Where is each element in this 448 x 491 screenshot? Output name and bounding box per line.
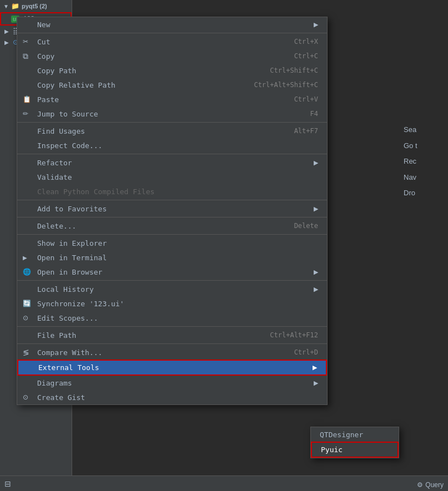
menu-label-clean: Clean Python Compiled Files [37, 188, 318, 196]
menu-label-copy: Copy [37, 52, 283, 60]
menu-label-show-explorer: Show in Explorer [37, 239, 318, 247]
divider-9 [17, 343, 327, 344]
shortcut-cut: Ctrl+X [294, 38, 318, 45]
menu-label-synchronize: Synchronize '123.ui' [37, 300, 318, 308]
menu-label-cut: Cut [37, 38, 283, 46]
arrow-new: ▶ [314, 21, 318, 28]
shortcut-file-path: Ctrl+Alt+F12 [270, 331, 318, 339]
menu-item-open-terminal[interactable]: ▶ Open in Terminal [17, 250, 327, 265]
shortcut-compare: Ctrl+D [294, 348, 318, 356]
menu-item-new[interactable]: New ▶ [17, 17, 327, 32]
menu-label-create-gist: Create Gist [37, 393, 318, 402]
shortcut-copy-relative: Ctrl+Alt+Shift+C [254, 81, 318, 89]
shortcut-jump: F4 [310, 110, 318, 118]
menu-label-favorites: Add to Favorites [37, 205, 309, 213]
menu-item-copy-path[interactable]: Copy Path Ctrl+Shift+C [17, 63, 327, 78]
arrow-refactor: ▶ [314, 159, 318, 166]
menu-label-external-tools: External Tools [38, 363, 308, 372]
menu-item-open-browser[interactable]: 🌐 Open in Browser ▶ [17, 265, 327, 279]
right-panel: Sea Go t Rec Nav Dro [404, 122, 448, 201]
paste-icon: 📋 [23, 95, 31, 103]
menu-item-show-explorer[interactable]: Show in Explorer [17, 236, 327, 250]
expand-icon-scratch: ▶ [4, 39, 9, 45]
divider-3 [17, 154, 327, 154]
compare-icon: ≶ [23, 348, 29, 357]
terminal-icon: ▶ [23, 255, 27, 261]
menu-item-file-path[interactable]: File Path Ctrl+Alt+F12 [17, 328, 327, 342]
right-hint-4: Nav [404, 170, 445, 186]
menu-label-local-history: Local History [37, 285, 309, 293]
sync-icon: 🔄 [23, 300, 31, 307]
menu-item-paste[interactable]: 📋 Paste Ctrl+V [17, 92, 327, 107]
menu-label-diagrams: Diagrams [37, 379, 309, 387]
copy-icon: ⧉ [23, 52, 28, 61]
right-hint-1: Sea [404, 122, 445, 138]
divider-7 [17, 280, 327, 281]
divider-8 [17, 326, 327, 327]
menu-label-find: Find Usages [37, 127, 283, 135]
shortcut-copy-path: Ctrl+Shift+C [270, 67, 318, 74]
submenu-label-pyuic: Pyuic [321, 446, 343, 454]
menu-item-synchronize[interactable]: 🔄 Synchronize '123.ui' [17, 296, 327, 311]
browser-icon: 🌐 [23, 268, 31, 276]
menu-label-edit-scopes: Edit Scopes... [37, 314, 318, 322]
menu-label-file-path: File Path [37, 331, 259, 340]
submenu-item-pyuic[interactable]: Pyuic [311, 442, 399, 458]
menu-item-copy-relative[interactable]: Copy Relative Path Ctrl+Alt+Shift+C [17, 78, 327, 92]
right-hint-5: Dro [404, 185, 445, 201]
menu-label-compare: Compare With... [37, 348, 283, 357]
bottom-bar: ⊟ ⚙ Query [0, 475, 448, 491]
submenu-label-qtdesigner: QTDesigner [320, 431, 363, 439]
gear-spin-icon: ⚙ [417, 481, 423, 489]
menu-item-inspect[interactable]: Inspect Code... [17, 138, 327, 153]
menu-label-copy-path: Copy Path [37, 67, 259, 75]
cut-icon: ✂ [23, 38, 28, 45]
menu-label-new: New [37, 21, 309, 29]
menu-item-create-gist[interactable]: ⊙ Create Gist [17, 390, 327, 404]
menu-item-edit-scopes[interactable]: ⊙ Edit Scopes... [17, 311, 327, 325]
divider-5 [17, 217, 327, 217]
arrow-favorites: ▶ [314, 205, 318, 212]
menu-label-delete: Delete... [37, 222, 283, 230]
folder-icon: 📁 [11, 2, 19, 10]
menu-item-refactor[interactable]: Refactor ▶ [17, 155, 327, 170]
shortcut-find: Alt+F7 [294, 127, 318, 135]
gist-icon: ⊙ [23, 393, 28, 401]
menu-item-cut[interactable]: ✂ Cut Ctrl+X [17, 34, 327, 49]
menu-label-jump: Jump to Source [37, 110, 299, 118]
scope-icon: ⊙ [23, 314, 28, 322]
menu-item-copy[interactable]: ⧉ Copy Ctrl+C [17, 49, 327, 63]
right-hint-2: Go t [404, 138, 445, 154]
layout-icon[interactable]: ⊟ [4, 479, 11, 488]
menu-item-favorites[interactable]: Add to Favorites ▶ [17, 201, 327, 216]
menu-item-jump[interactable]: ✏ Jump to Source F4 [17, 107, 327, 121]
status-right: ⚙ Query [417, 481, 444, 489]
submenu-item-qtdesigner[interactable]: QTDesigner [311, 427, 399, 442]
menu-item-diagrams[interactable]: Diagrams ▶ [17, 376, 327, 390]
right-hint-3: Rec [404, 154, 445, 170]
divider-4 [17, 200, 327, 200]
arrow-external-tools: ▶ [313, 364, 317, 371]
menu-item-validate[interactable]: Validate [17, 170, 327, 184]
menu-label-inspect: Inspect Code... [37, 141, 318, 150]
expand-icon: ▶ [4, 28, 9, 34]
arrow-browser: ▶ [314, 269, 318, 276]
shortcut-delete: Delete [294, 222, 318, 230]
menu-item-delete[interactable]: Delete... Delete [17, 219, 327, 233]
shortcut-paste: Ctrl+V [294, 95, 318, 103]
dropdown-icon: ▼ [3, 3, 9, 9]
menu-label-copy-relative: Copy Relative Path [37, 81, 243, 89]
query-label: Query [425, 481, 444, 489]
menu-item-external-tools[interactable]: External Tools ▶ [17, 360, 327, 376]
menu-label-paste: Paste [37, 95, 283, 104]
jump-icon: ✏ [23, 110, 28, 118]
context-menu: New ▶ ✂ Cut Ctrl+X ⧉ Copy Ctrl+C Copy Pa… [17, 17, 328, 405]
divider-2 [17, 122, 327, 123]
menu-item-compare[interactable]: ≶ Compare With... Ctrl+D [17, 345, 327, 360]
shortcut-copy: Ctrl+C [294, 52, 318, 60]
divider-6 [17, 234, 327, 235]
external-tools-submenu: QTDesigner Pyuic [310, 427, 399, 458]
menu-item-find[interactable]: Find Usages Alt+F7 [17, 124, 327, 138]
menu-item-local-history[interactable]: Local History ▶ [17, 282, 327, 296]
project-header: ▼ 📁 pyqt5 (2) [0, 0, 72, 12]
